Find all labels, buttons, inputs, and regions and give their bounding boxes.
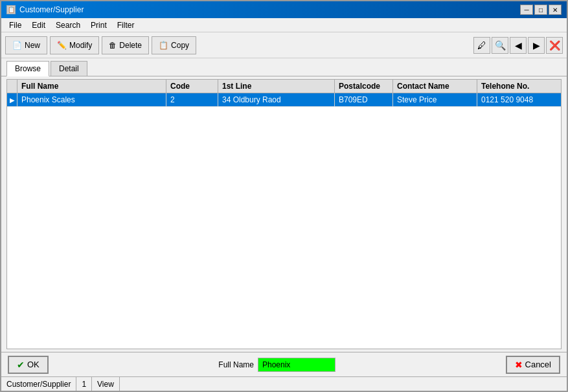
status-bar-left: ✔ OK xyxy=(8,356,49,374)
toolbar: 📄 New ✏️ Modify 🗑 Delete 📋 Copy 🖊 🔍 ◀ ▶ … xyxy=(1,32,567,58)
minimize-button[interactable]: ─ xyxy=(520,5,533,15)
bottom-section-1: Customer/Supplier xyxy=(1,377,76,391)
cell-telephone: 0121 520 9048 xyxy=(477,93,561,106)
table-body: ▶ Phoenix Scales 2 34 Oldbury Raod B709E… xyxy=(7,93,561,349)
status-bar: ✔ OK Full Name ✖ Cancel xyxy=(1,352,567,376)
tab-bar: Browse Detail xyxy=(1,58,567,76)
title-bar-left: 📋 Customer/Supplier xyxy=(6,5,84,14)
cell-fullname: Phoenix Scales xyxy=(17,93,166,106)
col-header-telephone: Telehone No. xyxy=(477,80,562,93)
toolbar-icon-2[interactable]: 🔍 xyxy=(492,37,508,54)
title-bar: 📋 Customer/Supplier ─ □ ✕ xyxy=(1,1,567,18)
fullname-input[interactable] xyxy=(258,358,335,372)
cancel-button[interactable]: ✖ Cancel xyxy=(506,356,560,374)
modify-label: Modify xyxy=(69,41,92,50)
status-bar-right: ✖ Cancel xyxy=(506,356,560,374)
cell-postalcode: B709ED xyxy=(335,93,393,106)
window-icon: 📋 xyxy=(6,5,16,14)
toolbar-icon-4[interactable]: ▶ xyxy=(528,37,545,54)
table-header: Full Name Code 1st Line Postalcode Conta… xyxy=(7,80,561,93)
col-header-fullname: Full Name xyxy=(17,80,166,93)
col-header-contactname: Contact Name xyxy=(393,80,477,93)
fullname-label: Full Name xyxy=(218,360,254,369)
menu-file[interactable]: File xyxy=(4,19,27,31)
content-area: Full Name Code 1st Line Postalcode Conta… xyxy=(6,79,562,349)
copy-label: Copy xyxy=(171,41,189,50)
new-label: New xyxy=(25,41,40,50)
col-header-indicator xyxy=(7,80,17,93)
menu-search[interactable]: Search xyxy=(51,19,85,31)
ok-label: OK xyxy=(27,360,40,369)
modify-button[interactable]: ✏️ Modify xyxy=(50,36,99,54)
cancel-label: Cancel xyxy=(525,360,551,369)
cell-contactname: Steve Price xyxy=(393,93,477,106)
delete-button[interactable]: 🗑 Delete xyxy=(102,36,149,54)
new-button[interactable]: 📄 New xyxy=(5,36,47,54)
window-controls: ─ □ ✕ xyxy=(520,5,562,15)
table-row[interactable]: ▶ Phoenix Scales 2 34 Oldbury Raod B709E… xyxy=(7,93,561,107)
copy-button[interactable]: 📋 Copy xyxy=(152,36,196,54)
bottom-section-3: View xyxy=(92,377,120,391)
col-header-address1: 1st Line xyxy=(218,80,335,93)
col-header-postalcode: Postalcode xyxy=(335,80,393,93)
new-icon: 📄 xyxy=(12,41,22,50)
menu-print[interactable]: Print xyxy=(85,19,112,31)
row-indicator: ▶ xyxy=(7,93,17,106)
ok-button[interactable]: ✔ OK xyxy=(8,356,49,374)
toolbar-icon-1[interactable]: 🖊 xyxy=(473,37,490,54)
bottom-section-2: 1 xyxy=(76,377,92,391)
toolbar-icon-3[interactable]: ◀ xyxy=(510,37,527,54)
modify-icon: ✏️ xyxy=(57,41,67,50)
main-window: 📋 Customer/Supplier ─ □ ✕ File Edit Sear… xyxy=(0,0,568,392)
cell-address1: 34 Oldbury Raod xyxy=(218,93,335,106)
col-header-code: Code xyxy=(166,80,218,93)
delete-icon: 🗑 xyxy=(109,41,117,50)
menu-filter[interactable]: Filter xyxy=(112,19,140,31)
tab-detail[interactable]: Detail xyxy=(51,61,87,76)
checkmark-icon: ✔ xyxy=(17,360,25,370)
close-button[interactable]: ✕ xyxy=(549,5,562,15)
crossmark-icon: ✖ xyxy=(515,360,523,370)
menu-bar: File Edit Search Print Filter xyxy=(1,18,567,32)
delete-label: Delete xyxy=(119,41,142,50)
toolbar-icon-5[interactable]: ❌ xyxy=(546,37,563,54)
maximize-button[interactable]: □ xyxy=(534,5,547,15)
fullname-field: Full Name xyxy=(218,358,335,372)
cell-code: 2 xyxy=(166,93,218,106)
copy-icon: 📋 xyxy=(159,41,168,50)
bottom-status-bar: Customer/Supplier 1 View xyxy=(1,376,567,391)
window-title: Customer/Supplier xyxy=(19,5,84,14)
menu-edit[interactable]: Edit xyxy=(27,19,51,31)
toolbar-right-icons: 🖊 🔍 ◀ ▶ ❌ xyxy=(473,37,563,54)
tab-browse[interactable]: Browse xyxy=(6,61,49,76)
